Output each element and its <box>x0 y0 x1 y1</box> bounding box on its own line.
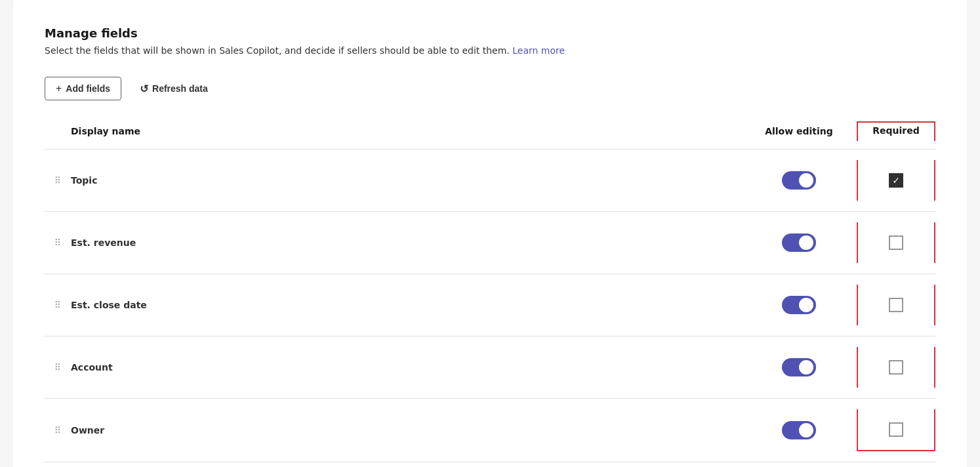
table-row: ⠿ Account <box>45 336 935 399</box>
toggle-est-close-date[interactable] <box>782 296 816 314</box>
drag-handle[interactable]: ⠿ <box>45 175 71 186</box>
table-row: ⠿ Topic ✓ <box>45 150 935 212</box>
drag-handle[interactable]: ⠿ <box>45 300 71 310</box>
allow-editing-header: Allow editing <box>746 126 851 136</box>
toggle-slider-est-revenue <box>782 234 816 252</box>
toolbar: + Add fields ↺ Refresh data <box>45 77 935 100</box>
field-name-topic: Topic <box>71 175 746 186</box>
toggle-est-revenue[interactable] <box>782 234 816 252</box>
page-title: Manage fields <box>45 26 935 40</box>
refresh-icon: ↺ <box>140 83 148 95</box>
table-row: ⠿ Est. close date <box>45 274 935 336</box>
field-name-owner: Owner <box>71 425 746 436</box>
toggle-account[interactable] <box>782 358 816 376</box>
toggle-cell-est-close-date <box>746 296 851 314</box>
table-row: ⠿ Est. revenue <box>45 212 935 274</box>
required-cell-topic: ✓ <box>857 160 935 201</box>
table-header: Display name Allow editing Required <box>45 121 935 150</box>
plus-icon: + <box>56 83 62 94</box>
fields-table: Display name Allow editing Required ⠿ To… <box>45 121 935 462</box>
toggle-slider-owner <box>782 421 816 439</box>
required-cell-est-revenue <box>857 222 935 263</box>
toggle-slider-topic <box>782 171 816 190</box>
field-name-account: Account <box>71 362 746 373</box>
required-header: Required <box>857 121 935 141</box>
toggle-topic[interactable] <box>782 171 816 190</box>
table-row: ⠿ Owner <box>45 399 935 462</box>
toggle-cell-est-revenue <box>746 234 851 252</box>
toggle-cell-owner <box>746 421 851 439</box>
manage-fields-container: Manage fields Select the fields that wil… <box>13 0 967 467</box>
required-cell-owner <box>857 409 935 451</box>
checkbox-owner[interactable] <box>889 422 903 437</box>
field-name-est-revenue: Est. revenue <box>71 237 746 248</box>
checkbox-topic[interactable]: ✓ <box>889 173 903 188</box>
toggle-slider-est-close-date <box>782 296 816 314</box>
refresh-data-button[interactable]: ↺ Refresh data <box>132 77 216 100</box>
add-fields-button[interactable]: + Add fields <box>45 77 121 100</box>
checkbox-est-revenue[interactable] <box>889 235 903 250</box>
toggle-slider-account <box>782 358 816 376</box>
toggle-owner[interactable] <box>782 421 816 439</box>
drag-handle[interactable]: ⠿ <box>45 237 71 248</box>
drag-handle[interactable]: ⠿ <box>45 425 71 436</box>
field-name-est-close-date: Est. close date <box>71 300 746 310</box>
learn-more-link[interactable]: Learn more <box>512 45 565 56</box>
toggle-cell-topic <box>746 171 851 190</box>
page-description: Select the fields that will be shown in … <box>45 45 935 56</box>
display-name-header: Display name <box>71 126 746 136</box>
checkbox-account[interactable] <box>889 360 903 375</box>
drag-handle[interactable]: ⠿ <box>45 362 71 373</box>
required-cell-est-close-date <box>857 285 935 325</box>
required-cell-account <box>857 347 935 388</box>
toggle-cell-account <box>746 358 851 376</box>
checkbox-est-close-date[interactable] <box>889 298 903 312</box>
